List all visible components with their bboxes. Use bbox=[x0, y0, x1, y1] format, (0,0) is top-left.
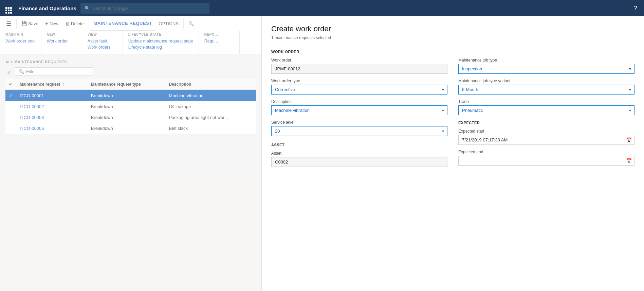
search-input[interactable] bbox=[93, 6, 205, 11]
options-tab[interactable]: OPTIONS bbox=[155, 16, 182, 31]
panel-subtitle: 1 maintenance requests selected bbox=[271, 35, 634, 40]
row-check bbox=[5, 123, 16, 134]
save-icon: 💾 bbox=[21, 21, 27, 26]
asset-label: Asset bbox=[271, 151, 447, 156]
service-level-label: Service level bbox=[271, 120, 447, 125]
hamburger-button[interactable]: ☰ bbox=[3, 20, 15, 28]
search-toolbar-icon: 🔍 bbox=[188, 21, 194, 26]
sub-toolbar: MAINTAIN Work order pool NEW Work order … bbox=[0, 31, 261, 54]
row-description: Machine vibration bbox=[165, 90, 256, 101]
row-description: Oil leakage bbox=[165, 101, 256, 112]
update-state-link[interactable]: Update maintenance request state bbox=[128, 38, 193, 44]
form-layout: WORK ORDER Work order Work order type Co… bbox=[271, 47, 634, 172]
maintenance-request-link[interactable]: ITCO-00003 bbox=[20, 115, 44, 120]
service-level-select-wrapper: 20 10 30 bbox=[271, 126, 447, 136]
filter-icon-button[interactable]: ⊿ bbox=[5, 68, 12, 76]
description-select-wrapper: Machine vibration Oil leakage Belt slack bbox=[271, 105, 447, 115]
toolbar-divider-2 bbox=[89, 19, 89, 29]
new-section: NEW Work order bbox=[41, 31, 82, 54]
maintenance-request-link[interactable]: ITCO-00006 bbox=[20, 126, 44, 131]
expected-start-label: Expected start bbox=[458, 129, 634, 134]
toolbar-divider-3 bbox=[183, 19, 184, 29]
checkmark-icon: ✓ bbox=[9, 93, 13, 98]
service-level-group: Service level 20 10 30 bbox=[271, 120, 447, 136]
form-left-col: WORK ORDER Work order Work order type Co… bbox=[271, 47, 447, 172]
row-type: Breakdown bbox=[88, 101, 166, 112]
table-row[interactable]: ITCO-00006 Breakdown Belt slack bbox=[5, 123, 256, 134]
work-order-input[interactable] bbox=[271, 64, 447, 74]
trade-select[interactable]: Pneumatic Electrical Mechanical bbox=[458, 105, 634, 115]
content-area: ALL MAINTENANCE REQUESTS ⊿ 🔍 ✓ Maintenan… bbox=[0, 54, 261, 291]
row-check: ✓ bbox=[5, 90, 16, 101]
maint-job-variant-group: Maintenance job type variant 6-Month 3-M… bbox=[458, 79, 634, 95]
description-group: Description Machine vibration Oil leakag… bbox=[271, 99, 447, 115]
maint-job-type-section-label bbox=[458, 50, 634, 54]
app-title: Finance and Operations bbox=[18, 5, 76, 11]
top-nav: Finance and Operations 🔍 ? bbox=[0, 0, 644, 16]
left-panel: ☰ 💾 Save + New 🗑 Delete MAINTENANCE REQU… bbox=[0, 16, 261, 291]
form-right-col: Maintenance job type Inspection Repair G… bbox=[458, 47, 634, 172]
work-order-pool-link[interactable]: Work order pool bbox=[5, 38, 36, 44]
asset-group: Asset bbox=[271, 151, 447, 167]
row-type: Breakdown bbox=[88, 90, 166, 101]
work-order-type-select[interactable]: Corrective Preventive Inspection bbox=[271, 85, 447, 95]
maint-job-variant-select[interactable]: 6-Month 3-Month Annual bbox=[458, 85, 634, 95]
trade-select-wrapper: Pneumatic Electrical Mechanical bbox=[458, 105, 634, 115]
maint-job-type-label: Maintenance job type bbox=[458, 58, 634, 63]
asset-section: ASSET Asset bbox=[271, 143, 447, 167]
row-type: Breakdown bbox=[88, 112, 166, 123]
lifecycle-log-link[interactable]: Lifecycle state log bbox=[128, 45, 193, 50]
description-select[interactable]: Machine vibration Oil leakage Belt slack bbox=[271, 105, 447, 115]
expected-end-label: Expected end bbox=[458, 150, 634, 154]
save-button[interactable]: 💾 Save bbox=[18, 16, 42, 31]
new-button[interactable]: + New bbox=[42, 16, 62, 31]
row-id: ITCO-00003 bbox=[16, 112, 88, 123]
apps-menu-button[interactable] bbox=[4, 6, 14, 11]
work-order-type-select-wrapper: Corrective Preventive Inspection bbox=[271, 85, 447, 95]
report-section: REPO... Requ... bbox=[199, 31, 240, 54]
filter-input[interactable] bbox=[26, 69, 89, 74]
lifecycle-section: LIFECYCLE STATE Update maintenance reque… bbox=[123, 31, 199, 54]
maint-job-variant-label: Maintenance job type variant bbox=[458, 79, 634, 83]
filter-search-icon: 🔍 bbox=[19, 69, 24, 74]
view-label: VIEW bbox=[88, 33, 117, 36]
work-order-link[interactable]: Work order bbox=[47, 38, 76, 44]
report-link[interactable]: Requ... bbox=[204, 38, 234, 44]
filter-input-wrapper[interactable]: 🔍 bbox=[15, 67, 93, 76]
search-toolbar-button[interactable]: 🔍 bbox=[185, 16, 197, 31]
delete-button[interactable]: 🗑 Delete bbox=[62, 16, 87, 31]
lifecycle-label: LIFECYCLE STATE bbox=[128, 33, 193, 36]
col-maintenance-request: Maintenance request ↑ bbox=[16, 79, 88, 90]
expected-end-input[interactable] bbox=[458, 156, 634, 166]
maint-job-variant-select-wrapper: 6-Month 3-Month Annual bbox=[458, 85, 634, 95]
table-row[interactable]: ITCO-00003 Breakdown Packaging area ligh… bbox=[5, 112, 256, 123]
asset-fault-link[interactable]: Asset fault bbox=[88, 38, 117, 44]
maintenance-request-tab[interactable]: MAINTENANCE REQUEST bbox=[90, 16, 155, 31]
row-description: Packaging area light not wor... bbox=[165, 112, 256, 123]
expected-start-input[interactable] bbox=[458, 135, 634, 145]
maint-job-type-select-wrapper: Inspection Repair General bbox=[458, 64, 634, 74]
table-row[interactable]: ITCO-00002 Breakdown Oil leakage bbox=[5, 101, 256, 112]
work-order-section-label: WORK ORDER bbox=[271, 50, 447, 54]
trade-label: Trade bbox=[458, 99, 634, 104]
row-check bbox=[5, 112, 16, 123]
maintenance-request-link[interactable]: ITCO-00001 bbox=[20, 93, 44, 98]
work-orders-link[interactable]: Work orders bbox=[88, 45, 117, 50]
search-bar[interactable]: 🔍 bbox=[80, 3, 209, 14]
asset-input[interactable] bbox=[271, 157, 447, 167]
row-type: Breakdown bbox=[88, 123, 166, 134]
new-label: NEW bbox=[47, 33, 76, 36]
work-order-type-label: Work order type bbox=[271, 79, 447, 83]
search-icon: 🔍 bbox=[85, 6, 90, 11]
help-icon[interactable]: ? bbox=[631, 3, 640, 13]
expected-end-date-wrapper: 📅 bbox=[458, 156, 634, 166]
maint-job-type-select[interactable]: Inspection Repair General bbox=[458, 64, 634, 74]
table-row[interactable]: ✓ ITCO-00001 Breakdown Machine vibration bbox=[5, 90, 256, 101]
asset-section-label: ASSET bbox=[271, 143, 447, 147]
service-level-select[interactable]: 20 10 30 bbox=[271, 126, 447, 136]
row-description: Belt slack bbox=[165, 123, 256, 134]
expected-start-date-wrapper: 📅 bbox=[458, 135, 634, 145]
row-id: ITCO-00006 bbox=[16, 123, 88, 134]
report-label: REPO... bbox=[204, 33, 234, 36]
maintenance-request-link[interactable]: ITCO-00002 bbox=[20, 104, 44, 109]
